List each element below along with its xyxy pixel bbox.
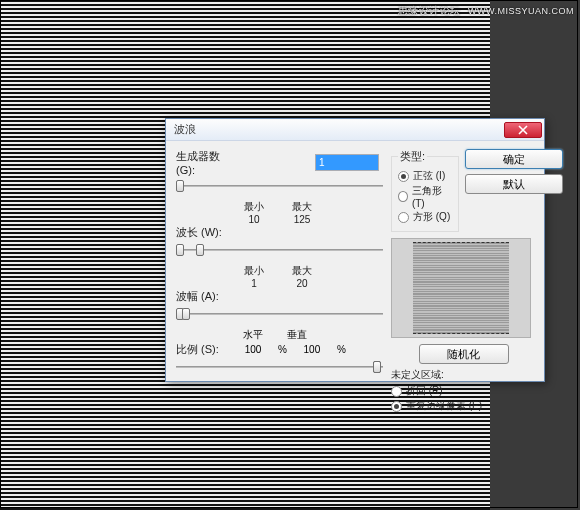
right-panel: 类型: 正弦 (I) 三角形 (T) 方形 (Q) 确定 默认 随机化 未定义区… bbox=[391, 149, 536, 414]
type-fieldset: 类型: 正弦 (I) 三角形 (T) 方形 (Q) bbox=[391, 149, 459, 232]
scale-slider[interactable] bbox=[176, 359, 383, 375]
preview-image bbox=[413, 242, 509, 334]
scale-v-value: 100 bbox=[293, 344, 331, 355]
radio-triangle[interactable]: 三角形 (T) bbox=[398, 184, 452, 209]
titlebar[interactable]: 波浪 bbox=[166, 119, 544, 141]
wavelength-max-label: 最大 bbox=[282, 200, 322, 214]
scale-h-value: 100 bbox=[234, 344, 272, 355]
scale-h-unit: % bbox=[278, 344, 287, 355]
radio-icon bbox=[398, 191, 408, 202]
undefined-area-group: 未定义区域: 折回 (R) 重复边缘像素 (E) bbox=[391, 368, 536, 413]
close-button[interactable] bbox=[504, 122, 542, 138]
wavelength-max: 125 bbox=[282, 214, 322, 225]
default-button[interactable]: 默认 bbox=[465, 174, 563, 194]
left-panel: 生成器数 (G): 最小10 最大125 波长 (W): 最小1 bbox=[176, 149, 383, 414]
radio-icon bbox=[391, 386, 402, 397]
amplitude-max: 20 bbox=[282, 278, 322, 289]
radio-icon bbox=[398, 212, 409, 223]
randomize-button[interactable]: 随机化 bbox=[419, 344, 509, 364]
radio-sine[interactable]: 正弦 (I) bbox=[398, 169, 452, 183]
generators-label: 生成器数 (G): bbox=[176, 149, 234, 176]
type-legend: 类型: bbox=[398, 149, 427, 164]
amplitude-max-label: 最大 bbox=[282, 264, 322, 278]
scale-label: 比例 (S): bbox=[176, 342, 234, 357]
scale-v-unit: % bbox=[337, 344, 346, 355]
amplitude-min-label: 最小 bbox=[234, 264, 274, 278]
generators-slider[interactable] bbox=[176, 178, 383, 194]
wave-dialog: 波浪 生成器数 (G): 最小10 最大125 波长 (W): bbox=[165, 118, 545, 382]
dialog-title: 波浪 bbox=[174, 122, 196, 137]
radio-icon bbox=[391, 401, 402, 412]
wavelength-label: 波长 (W): bbox=[176, 225, 234, 240]
radio-icon bbox=[398, 171, 409, 182]
radio-repeat[interactable]: 重复边缘像素 (E) bbox=[391, 399, 536, 413]
amplitude-slider[interactable] bbox=[176, 306, 383, 322]
radio-wrap[interactable]: 折回 (R) bbox=[391, 384, 536, 398]
wavelength-min-label: 最小 bbox=[234, 200, 274, 214]
wavelength-min: 10 bbox=[234, 214, 274, 225]
watermark: 思缘设计论坛 WWW.MISSYUAN.COM bbox=[398, 4, 574, 18]
radio-square[interactable]: 方形 (Q) bbox=[398, 210, 452, 224]
watermark-en: WWW.MISSYUAN.COM bbox=[468, 6, 574, 16]
ok-button[interactable]: 确定 bbox=[465, 149, 563, 169]
generators-input[interactable] bbox=[315, 154, 379, 171]
preview-box bbox=[391, 238, 531, 338]
amplitude-min: 1 bbox=[234, 278, 274, 289]
amplitude-label: 波幅 (A): bbox=[176, 289, 234, 304]
watermark-cn: 思缘设计论坛 bbox=[398, 5, 461, 16]
scale-h-label: 水平 bbox=[234, 328, 272, 342]
wavelength-slider[interactable] bbox=[176, 242, 383, 258]
scale-v-label: 垂直 bbox=[278, 328, 316, 342]
close-icon bbox=[518, 125, 528, 135]
undefined-legend: 未定义区域: bbox=[391, 368, 536, 382]
